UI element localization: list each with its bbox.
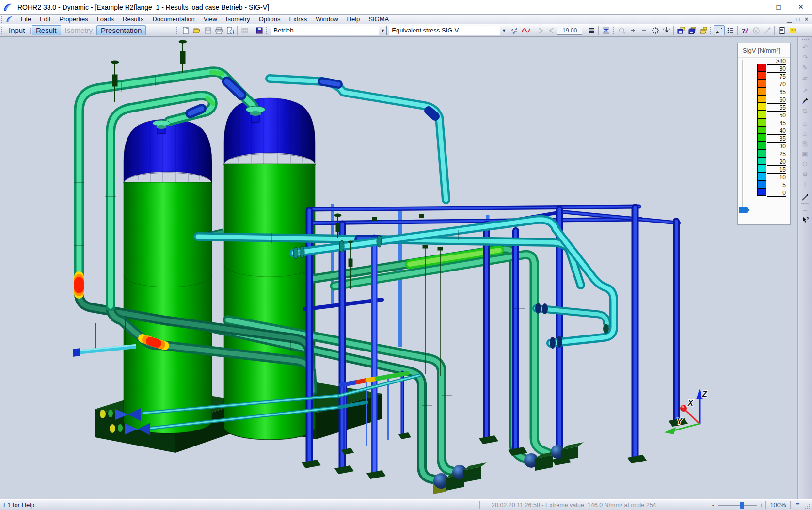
maximize-button[interactable]: □ — [767, 0, 790, 15]
tab-presentation[interactable]: Presentation — [96, 25, 146, 35]
axes-xyz-button[interactable]: xzy — [509, 25, 520, 35]
menu-bar: FileEditPropertiesLoadsResultsDocumentat… — [0, 15, 812, 24]
main-toolbar: Input|ResultIsometryPresentation Betrieb… — [0, 24, 812, 37]
paste-button-disabled: ▣ — [800, 149, 811, 159]
status-info-text: 20.02.20 11:26:58 - Extreme value: 146.0… — [480, 502, 709, 509]
menu-item-loads[interactable]: Loads — [93, 15, 118, 24]
menu-item-view[interactable]: View — [199, 15, 222, 24]
report-button[interactable] — [776, 25, 787, 35]
draw-button-disabled: ✎ — [800, 63, 811, 73]
open-button[interactable] — [191, 25, 202, 35]
zoom-out-button[interactable] — [638, 25, 650, 35]
legend-label: 5 — [767, 182, 786, 189]
status-zoom-out-button[interactable]: - — [709, 501, 717, 509]
legend-label: >80 — [767, 58, 786, 65]
erase-button-disabled: ▱ — [800, 73, 811, 83]
frame-feet — [302, 418, 688, 479]
axis-triad: Z X Y — [664, 389, 708, 434]
menu-item-results[interactable]: Results — [118, 15, 148, 24]
beam-button-disabled: Ι — [800, 179, 811, 190]
sine-curve-button[interactable] — [520, 25, 531, 35]
status-zoom-in-button[interactable]: + — [758, 501, 765, 509]
legend-title: SigV [N/mm²] — [738, 43, 790, 58]
mdi-close-button[interactable]: × — [805, 16, 808, 23]
insert-drop-button[interactable] — [661, 25, 672, 35]
save-view-button[interactable] — [675, 25, 686, 35]
legend-color-box — [757, 95, 766, 103]
mdi-minimize-button[interactable]: ▁ — [787, 16, 792, 23]
measure-button-disabled — [762, 25, 773, 35]
legend-label: 30 — [767, 143, 786, 150]
load-case-combo[interactable]: Betrieb ▼ — [271, 26, 387, 35]
fit-view-button[interactable] — [650, 25, 661, 35]
tab-isometry[interactable]: Isometry — [61, 26, 97, 35]
zoom-window-button-disabled — [616, 25, 627, 35]
legend-color-box — [757, 103, 766, 111]
section-levels-button[interactable] — [600, 25, 611, 35]
legend-color-box — [757, 134, 766, 142]
menu-item-edit[interactable]: Edit — [35, 15, 55, 24]
legend-label: 0 — [767, 190, 786, 197]
help-mode-button[interactable]: ? — [739, 25, 750, 35]
open-view-button[interactable] — [698, 25, 709, 35]
next-extreme-button-disabled — [535, 25, 546, 35]
tab-result[interactable]: Result — [32, 25, 61, 35]
menubar-grip[interactable] — [1, 16, 2, 23]
edit-pencil-button[interactable] — [714, 25, 725, 35]
menu-item-file[interactable]: File — [16, 15, 35, 24]
legend-label: 50 — [767, 112, 786, 119]
menu-item-properties[interactable]: Properties — [55, 15, 92, 24]
menu-item-window[interactable]: Window — [311, 15, 342, 24]
chevron-down-icon[interactable]: ▼ — [379, 26, 386, 35]
resize-grip[interactable] — [804, 500, 812, 510]
hatch-button[interactable] — [787, 25, 798, 35]
status-zoom-slider[interactable] — [717, 501, 758, 509]
minimize-button[interactable]: – — [745, 0, 767, 15]
legend-slider-arrow[interactable] — [739, 207, 750, 213]
main-area: Z X Y SigV [N/mm²] >80807570656055504540… — [0, 37, 812, 499]
chevron-down-icon[interactable]: ▼ — [500, 26, 508, 35]
mdi-restore-button[interactable]: □ — [796, 16, 800, 23]
legend-color-box — [757, 118, 766, 126]
legend-label: 25 — [767, 151, 786, 158]
list-button[interactable] — [725, 25, 736, 35]
result-type-value: Equivalent stress SIG-V — [389, 27, 500, 34]
axis-label-z: Z — [702, 390, 708, 398]
document-icon — [6, 16, 14, 23]
legend-label: 70 — [767, 81, 786, 88]
result-type-combo[interactable]: Equivalent stress SIG-V ▼ — [389, 26, 508, 35]
probe-button[interactable] — [800, 192, 811, 202]
close-button[interactable]: × — [790, 0, 812, 15]
legend-color-box — [757, 111, 766, 118]
axis-label-x: X — [687, 399, 694, 407]
save-all-views-button[interactable] — [686, 25, 698, 35]
legend-slider-track[interactable] — [742, 60, 744, 213]
slider-handle[interactable] — [740, 502, 744, 509]
print-preview-button[interactable] — [224, 25, 236, 35]
save-button-disabled — [202, 25, 213, 35]
right-toolbar-grip[interactable] — [802, 39, 809, 40]
menu-item-sigma[interactable]: SIGMA — [364, 15, 393, 24]
settings-gear-button-disabled: ⚙ — [800, 169, 811, 179]
context-help-button[interactable]: ? — [800, 215, 811, 225]
new-document-button[interactable] — [180, 25, 191, 35]
menu-item-help[interactable]: Help — [343, 15, 365, 24]
viewport-3d[interactable]: Z X Y SigV [N/mm²] >80807570656055504540… — [0, 37, 797, 499]
menu-item-extras[interactable]: Extras — [285, 15, 311, 24]
tab-input[interactable]: Input — [5, 26, 29, 35]
structure2-button-disabled: ⌂ — [800, 128, 811, 139]
menu-item-documentation[interactable]: Documentation — [148, 15, 199, 24]
status-list-icon[interactable]: ≣ — [791, 502, 804, 509]
zoom-in-button[interactable] — [627, 25, 638, 35]
menu-item-options[interactable]: Options — [255, 15, 285, 24]
off-button-disabled: ∅ — [800, 159, 811, 169]
legend-color-box — [757, 142, 766, 149]
save-calc-button[interactable] — [254, 25, 265, 35]
scale-value-input[interactable]: 19.00 — [557, 26, 582, 35]
load-case-value: Betrieb — [271, 27, 379, 34]
menu-item-isometry[interactable]: Isometry — [222, 15, 255, 24]
justify-lines-button[interactable] — [586, 25, 597, 35]
eyedropper-button[interactable] — [800, 96, 811, 106]
toolbar-grip[interactable] — [1, 27, 2, 34]
print-button[interactable] — [213, 25, 224, 35]
